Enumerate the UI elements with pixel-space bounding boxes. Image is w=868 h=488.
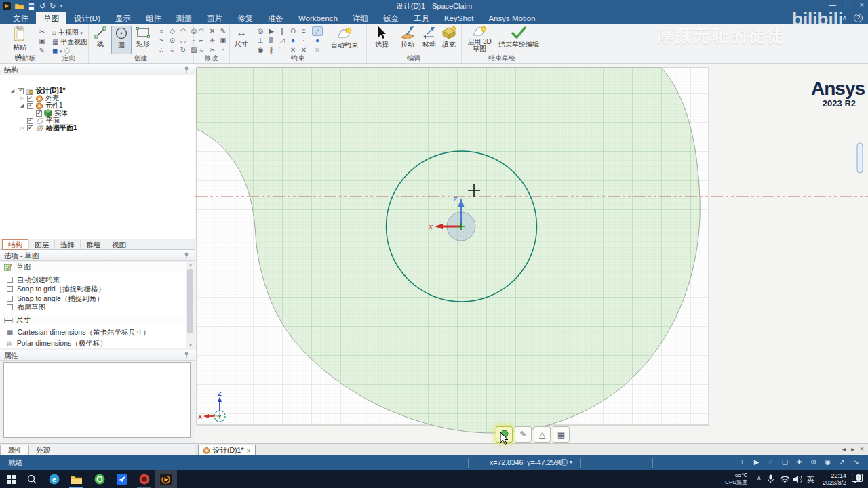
- panel-tab-layers[interactable]: 图层: [28, 240, 54, 249]
- plan-view-button[interactable]: ▦ 平面视图: [52, 37, 87, 47]
- zoom-out-icon[interactable]: ↘: [850, 458, 862, 466]
- info-caret-icon[interactable]: ▾: [570, 459, 572, 465]
- tab-assembly[interactable]: 组件: [138, 12, 169, 24]
- tab-next-icon[interactable]: ▸: [851, 445, 854, 453]
- tab-facets[interactable]: 面片: [199, 12, 230, 24]
- grid-options-button[interactable]: ▦: [553, 426, 570, 443]
- scroll-up-icon[interactable]: ∧: [186, 262, 195, 268]
- move-button[interactable]: 移动: [419, 26, 439, 49]
- snap-toggle-icon[interactable]: ↕: [736, 458, 748, 466]
- taskbar-spaceclaim[interactable]: [155, 470, 177, 488]
- expander-icon[interactable]: [19, 125, 25, 131]
- maximize-button[interactable]: □: [846, 1, 850, 9]
- visibility-checkbox[interactable]: [27, 103, 33, 109]
- chamfer-icon[interactable]: ✎: [218, 26, 229, 36]
- document-tab[interactable]: 设计(D)1* ×: [198, 445, 256, 456]
- tangent-toggle-icon[interactable]: ∕: [312, 26, 323, 36]
- taskbar-clock[interactable]: 22:14 2023/8/2: [816, 472, 846, 486]
- rectangle-tool-button[interactable]: 矩形: [133, 26, 153, 49]
- corner-icon[interactable]: ⌐: [196, 36, 207, 45]
- copy-icon[interactable]: ▣: [37, 37, 47, 46]
- fill-button[interactable]: 填充: [439, 26, 458, 49]
- box-select-icon[interactable]: ▢: [779, 458, 791, 466]
- taskbar-blue-app[interactable]: [111, 470, 133, 488]
- dimension-section-header[interactable]: 尺寸: [0, 314, 189, 325]
- visibility-checkbox[interactable]: [18, 88, 24, 94]
- tab-display[interactable]: 显示: [108, 12, 138, 24]
- close-button[interactable]: ×: [860, 1, 864, 9]
- taskbar-edge[interactable]: e: [43, 470, 65, 488]
- tab-tools[interactable]: 工具: [406, 12, 437, 24]
- fix-icon[interactable]: ·: [298, 36, 309, 45]
- visibility-checkbox[interactable]: [27, 125, 33, 131]
- select-button[interactable]: 选择: [372, 26, 392, 49]
- spline-icon[interactable]: ~: [156, 36, 167, 45]
- option-polar-dimensions[interactable]: ◎Polar dimensions（极坐标）: [0, 339, 190, 348]
- panel-tab-selection[interactable]: 选择: [54, 240, 80, 249]
- scrollbar-thumb[interactable]: [187, 269, 193, 333]
- tab-workbench[interactable]: Workbench: [291, 12, 345, 24]
- taskbar-search-button[interactable]: [20, 470, 43, 488]
- pin-icon[interactable]: ▶: [266, 26, 277, 36]
- trim-icon[interactable]: ✕: [207, 26, 218, 36]
- minimize-button[interactable]: —: [829, 1, 836, 9]
- magic-trim-icon[interactable]: ✳: [207, 36, 218, 45]
- polygon-icon[interactable]: ◇: [167, 26, 178, 36]
- inspect-icon[interactable]: ◎: [255, 26, 266, 36]
- bottom-tab-properties[interactable]: 属性: [0, 445, 29, 455]
- expander-icon[interactable]: [19, 96, 25, 101]
- tab-list-close-icon[interactable]: ×: [860, 445, 864, 453]
- arc-icon[interactable]: ◠: [178, 26, 189, 36]
- tab-measure[interactable]: 测量: [169, 12, 199, 24]
- coincident-icon[interactable]: ◿: [277, 36, 288, 45]
- panel-tab-views[interactable]: 视图: [106, 240, 132, 249]
- expander-icon[interactable]: [19, 103, 25, 108]
- tab-sketch[interactable]: 草图: [36, 12, 66, 24]
- wifi-icon[interactable]: [780, 476, 790, 483]
- concentric-icon[interactable]: ⊖: [288, 26, 298, 36]
- oval-icon[interactable]: ⊙: [167, 36, 178, 45]
- speaker-icon[interactable]: [793, 475, 802, 483]
- input-language[interactable]: 英: [807, 474, 814, 485]
- option-cartesian-dimensions[interactable]: ▦Cartesian dimensions（笛卡尔坐标尺寸）: [0, 328, 190, 337]
- pin-icon[interactable]: [184, 252, 190, 258]
- bottom-tab-appearance[interactable]: 外观: [29, 445, 57, 455]
- start-button[interactable]: [0, 470, 22, 488]
- node-display-icon[interactable]: ●: [312, 36, 323, 45]
- panel-tab-groups[interactable]: 群组: [80, 240, 106, 249]
- notification-center[interactable]: 1: [852, 474, 863, 487]
- taskbar-recorder-app[interactable]: [133, 470, 155, 488]
- microphone-icon[interactable]: [767, 474, 774, 484]
- expander-icon[interactable]: [9, 88, 16, 94]
- info-icon[interactable]: ⓘ: [560, 458, 568, 468]
- canvas-scrollbar-thumb[interactable]: [857, 143, 863, 173]
- select-mode-icon[interactable]: ◌: [765, 458, 776, 466]
- zoom-icon[interactable]: ◉: [822, 458, 833, 466]
- circle-tool-button[interactable]: 圆: [111, 26, 132, 54]
- tray-chevron-icon[interactable]: ∧: [757, 474, 762, 481]
- option-snap-angle[interactable]: Snap to angle（捕捉到角）: [0, 294, 190, 303]
- tab-detail[interactable]: 详细: [345, 12, 376, 24]
- mirror-icon[interactable]: Ⅲ: [266, 36, 277, 45]
- tab-close-icon[interactable]: ×: [247, 447, 251, 455]
- option-snap-grid[interactable]: Snap to grid（捕捉到栅格）: [0, 285, 190, 293]
- three-d-mode-button[interactable]: △: [534, 426, 551, 443]
- options-scrollbar[interactable]: ∧ ∨: [186, 262, 195, 348]
- spin-icon[interactable]: ⊕: [808, 458, 819, 466]
- pin-icon[interactable]: [184, 66, 190, 73]
- section-mode-button[interactable]: ✎: [515, 426, 532, 443]
- checkbox[interactable]: [7, 304, 13, 310]
- option-auto-constraint[interactable]: 自动创建约束: [0, 275, 190, 284]
- tree-item-sketch-plane[interactable]: 绘图平面1: [19, 125, 77, 131]
- select-tool-icon[interactable]: ▶: [751, 458, 762, 466]
- pin-icon[interactable]: [184, 352, 190, 358]
- tab-keyshot[interactable]: KeyShot: [437, 12, 481, 24]
- tab-prev-icon[interactable]: ◂: [842, 445, 846, 453]
- perpendicular-icon[interactable]: ⊥: [255, 36, 266, 45]
- end-sketch-button[interactable]: 结束草绘编辑: [498, 26, 540, 49]
- dimension-button[interactable]: ↔ 尺寸: [232, 26, 251, 49]
- checkbox[interactable]: [7, 296, 13, 302]
- auto-constraint-button[interactable]: 自动约束: [326, 26, 363, 50]
- sketch-canvas[interactable]: z x Ansys 2023 R2 Y: [195, 64, 868, 443]
- tab-prepare[interactable]: 准备: [260, 12, 291, 24]
